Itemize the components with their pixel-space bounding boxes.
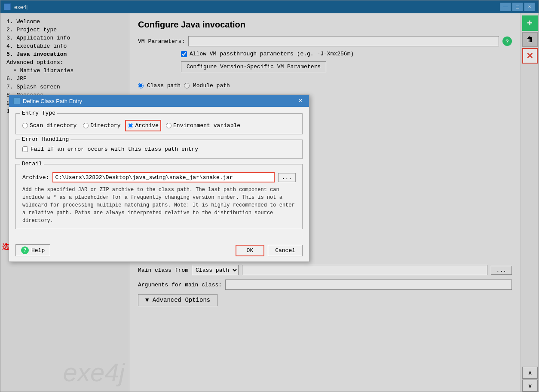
archive-path-input[interactable] <box>52 172 274 182</box>
dialog-help-button[interactable]: ? Help <box>15 244 50 256</box>
dialog-title: Define Class Path Entry <box>23 98 82 104</box>
env-var-option: Environment variable <box>166 122 240 129</box>
dialog-titlebar: Define Class Path Entry × <box>9 95 309 107</box>
help-circle-icon: ? <box>21 246 29 254</box>
directory-label: Directory <box>90 122 120 129</box>
dialog-close-button[interactable]: × <box>296 97 305 105</box>
entry-type-title: Entry Type <box>20 110 57 116</box>
footer-buttons: OK Cancel <box>236 245 303 256</box>
help-button-label: Help <box>31 247 45 254</box>
env-var-radio[interactable] <box>166 123 172 128</box>
archive-browse-button[interactable]: ... <box>278 173 296 182</box>
detail-group: Detail Archive: ... Add the specified JA… <box>15 164 303 229</box>
entry-type-radio-group: Scan directory Directory Archive En <box>22 118 296 130</box>
directory-option: Directory <box>83 122 120 129</box>
error-handling-title: Error Handling <box>20 136 70 143</box>
detail-description: Add the specified JAR or ZIP archive to … <box>22 186 296 225</box>
dialog-overlay: Define Class Path Entry × Entry Type Sca… <box>0 0 539 392</box>
fail-checkbox-row: Fail if an error occurs with this class … <box>22 144 296 154</box>
detail-title: Detail <box>20 161 44 167</box>
archive-field-label: Archive: <box>22 174 49 181</box>
archive-option: Archive <box>127 122 159 130</box>
dialog-body: Entry Type Scan directory Directory A <box>9 107 309 241</box>
fail-label: Fail if an error occurs with this class … <box>31 146 198 152</box>
error-handling-group: Error Handling Fail if an error occurs w… <box>15 140 303 159</box>
main-window: exe4j — □ × 1. Welcome 2. Project type 3… <box>0 0 539 392</box>
entry-type-group: Entry Type Scan directory Directory A <box>15 113 303 134</box>
dialog-icon <box>13 97 20 104</box>
scan-directory-option: Scan directory <box>22 122 77 129</box>
scan-directory-radio[interactable] <box>22 123 28 128</box>
ok-button[interactable]: OK <box>236 245 265 256</box>
archive-row: Archive: ... <box>22 172 296 182</box>
dialog-footer: ? Help OK Cancel <box>9 241 309 261</box>
archive-radio[interactable] <box>128 123 133 128</box>
env-var-label: Environment variable <box>173 122 240 129</box>
scan-directory-label: Scan directory <box>30 122 77 129</box>
cancel-button[interactable]: Cancel <box>268 245 303 256</box>
archive-label: Archive <box>135 122 159 129</box>
dialog-titlebar-left: Define Class Path Entry <box>13 97 82 104</box>
directory-radio[interactable] <box>83 123 89 128</box>
define-classpath-dialog: Define Class Path Entry × Entry Type Sca… <box>9 94 309 262</box>
fail-checkbox[interactable] <box>22 146 28 152</box>
